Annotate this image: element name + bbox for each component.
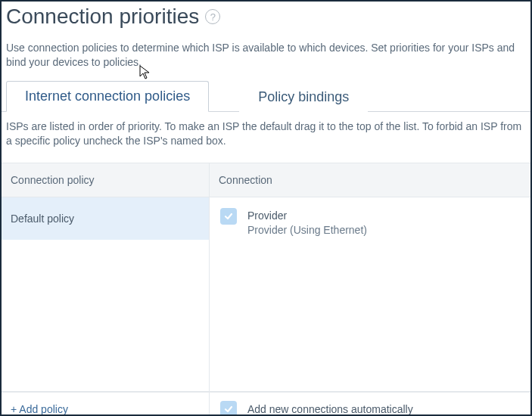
column-header-policy: Connection policy <box>2 163 209 197</box>
tab-internet-connection-policies[interactable]: Internet connection policies <box>6 81 209 112</box>
connection-detail: Provider (Using Ethernet) <box>247 223 367 237</box>
intro-text: Use connection policies to determine whi… <box>2 36 530 80</box>
help-icon[interactable]: ? <box>205 9 220 24</box>
auto-add-label: Add new connections automatically <box>247 403 413 415</box>
tab-policy-bindings[interactable]: Policy bindings <box>239 82 368 112</box>
tab-description: ISPs are listed in order of priority. To… <box>2 112 530 163</box>
connection-checkbox[interactable] <box>220 208 237 225</box>
policy-row-default[interactable]: Default policy <box>2 197 209 240</box>
check-icon <box>223 211 234 222</box>
tabs: Internet connection policies Policy bind… <box>2 80 530 112</box>
connection-row: Provider Provider (Using Ethernet) <box>220 205 520 241</box>
policies-grid: Connection policy Default policy Connect… <box>2 163 530 392</box>
auto-add-checkbox[interactable] <box>220 401 237 416</box>
page-title: Connection priorities <box>6 5 199 29</box>
check-icon <box>223 404 234 414</box>
add-policy-button[interactable]: + Add policy <box>2 393 210 416</box>
connection-name: Provider <box>247 209 367 223</box>
column-header-connection: Connection <box>210 163 530 197</box>
